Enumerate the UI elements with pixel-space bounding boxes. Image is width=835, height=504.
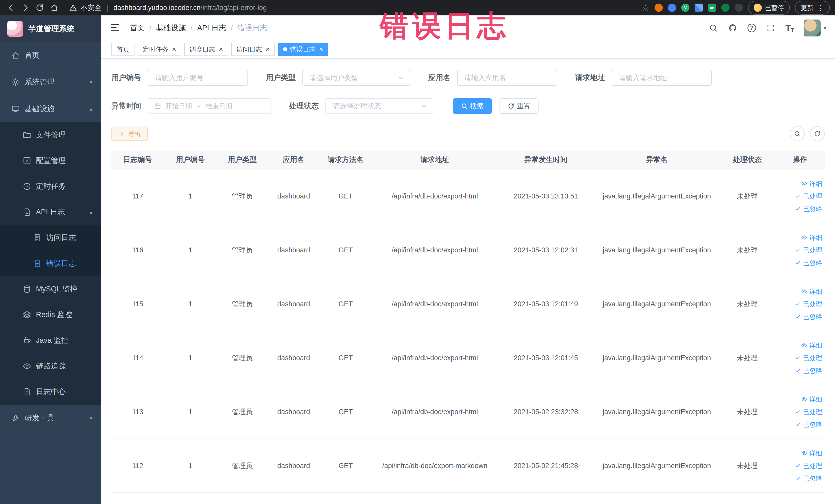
chevron-down-icon: ▾ <box>89 415 93 421</box>
chevron-down-icon: ▾ <box>89 79 93 85</box>
close-icon[interactable]: × <box>319 46 323 53</box>
breadcrumb-item[interactable]: 基础设施 <box>156 23 186 33</box>
exception-time-range[interactable]: 开始日期 - 结束日期 <box>148 98 271 114</box>
sidebar-item-system[interactable]: 系统管理▾ <box>0 69 101 96</box>
tab-access-log[interactable]: 访问日志× <box>231 43 275 56</box>
user-avatar <box>804 20 821 37</box>
calendar-icon <box>154 102 161 109</box>
sidebar-item-infrastructure[interactable]: 基础设施▴ <box>0 96 101 122</box>
user-type-select[interactable]: 请选择用户类型 <box>302 70 410 86</box>
action-detail-link[interactable]: 详细 <box>801 449 822 458</box>
sidebar-item-mysql[interactable]: MySQL 监控 <box>0 276 101 302</box>
db-icon <box>23 285 31 294</box>
sidebar-item-config[interactable]: 配置管理 <box>0 148 101 174</box>
update-button[interactable]: 更新 ⋮ <box>795 1 830 15</box>
action-ignored-link[interactable]: 已忽略 <box>795 474 822 483</box>
sidebar-item-java[interactable]: Java 监控 <box>0 328 101 353</box>
tab-home[interactable]: 首页 <box>111 43 135 56</box>
action-processed-link[interactable]: 已处理 <box>795 192 822 201</box>
sidebar-item-log-center[interactable]: 日志中心 <box>0 379 101 405</box>
user-id-input[interactable] <box>148 70 248 86</box>
search-button[interactable]: 搜索 <box>453 98 492 114</box>
chevron-up-icon: ▴ <box>89 105 93 112</box>
tab-label: 首页 <box>117 45 129 54</box>
sidebar-item-api-log[interactable]: API 日志▴ <box>0 199 101 225</box>
hamburger-icon[interactable] <box>110 22 121 34</box>
action-label: 已处理 <box>803 354 822 362</box>
bookmark-star-icon[interactable]: ☆ <box>642 3 649 12</box>
extension-on-icon[interactable]: on <box>708 4 716 12</box>
action-detail-link[interactable]: 详细 <box>801 234 822 242</box>
process-status-select[interactable]: 请选择处理状态 <box>325 98 433 114</box>
profile-paused-badge[interactable]: 已暂停 <box>748 1 790 15</box>
breadcrumb-item[interactable]: API 日志 <box>197 23 226 33</box>
github-icon[interactable] <box>728 23 738 33</box>
url-path: /infra/log/api-error-log <box>201 4 267 12</box>
sidebar-item-home[interactable]: 首页 <box>0 42 101 69</box>
sidebar-item-error-log[interactable]: 错误日志 <box>0 250 101 276</box>
refresh-icon <box>508 103 514 109</box>
header-search-icon[interactable] <box>709 23 718 33</box>
action-detail-link[interactable]: 详细 <box>801 287 822 296</box>
logo[interactable]: 芋道管理系统 <box>0 15 101 42</box>
check-icon <box>795 463 801 469</box>
folder-icon <box>23 131 31 139</box>
export-button[interactable]: 导出 <box>111 126 148 141</box>
back-icon[interactable] <box>5 2 17 14</box>
app-name-input[interactable] <box>457 70 557 86</box>
reset-button[interactable]: 重置 <box>500 98 538 114</box>
action-ignored-link[interactable]: 已忽略 <box>795 366 822 375</box>
extension-leaf-icon[interactable] <box>721 4 730 12</box>
action-detail-link[interactable]: 详细 <box>801 341 822 350</box>
extension-blue-icon[interactable] <box>668 4 676 12</box>
chevron-down-icon: ▾ <box>824 25 826 31</box>
extension-grid-icon[interactable] <box>695 4 703 12</box>
action-processed-link[interactable]: 已处理 <box>795 300 822 308</box>
font-size-icon[interactable]: TT <box>786 23 794 33</box>
action-ignored-link[interactable]: 已忽略 <box>795 420 822 429</box>
close-icon[interactable]: × <box>172 46 176 53</box>
sidebar-item-label: 文件管理 <box>36 130 66 140</box>
breadcrumb-item[interactable]: 首页 <box>130 23 145 33</box>
forward-icon[interactable] <box>20 2 31 14</box>
extension-orange-icon[interactable] <box>655 4 663 12</box>
sidebar-item-label: 首页 <box>25 50 40 61</box>
sidebar-item-job[interactable]: 定时任务 <box>0 174 101 199</box>
action-label: 已忽略 <box>803 259 822 267</box>
action-processed-link[interactable]: 已处理 <box>795 246 822 255</box>
action-ignored-link[interactable]: 已忽略 <box>795 205 822 213</box>
close-icon[interactable]: × <box>266 46 270 53</box>
url-bar[interactable]: 不安全 | dashboard.yudao.iocoder.cn/infra/l… <box>69 3 267 12</box>
check-icon <box>795 260 801 266</box>
cell-status: 未处理 <box>720 299 775 309</box>
reload-icon[interactable] <box>34 2 46 14</box>
tab-error-log[interactable]: 错误日志× <box>278 43 328 56</box>
action-processed-link[interactable]: 已处理 <box>795 408 822 416</box>
extension-paw-icon[interactable] <box>735 4 743 12</box>
action-detail-link[interactable]: 详细 <box>801 180 822 188</box>
toggle-search-button[interactable] <box>790 126 805 141</box>
action-processed-link[interactable]: 已处理 <box>795 462 822 470</box>
close-icon[interactable]: × <box>219 46 223 53</box>
help-icon[interactable]: ? <box>748 24 756 32</box>
action-ignored-link[interactable]: 已忽略 <box>795 259 822 267</box>
sidebar-item-redis[interactable]: Redis 监控 <box>0 302 101 328</box>
column-header: 处理状态 <box>720 155 775 165</box>
refresh-table-button[interactable] <box>810 126 825 141</box>
browser-menu-icon[interactable]: ⋮ <box>816 3 824 12</box>
extension-green-v-icon[interactable]: V <box>681 4 690 12</box>
sidebar-item-devtools[interactable]: 研发工具▾ <box>0 405 101 431</box>
action-detail-link[interactable]: 详细 <box>801 395 822 404</box>
tab-job[interactable]: 定时任务× <box>138 43 181 56</box>
action-processed-link[interactable]: 已处理 <box>795 354 822 362</box>
user-menu[interactable]: ▾ <box>804 20 826 37</box>
home-browser-icon[interactable] <box>48 2 60 14</box>
action-ignored-link[interactable]: 已忽略 <box>795 313 822 321</box>
request-url-input[interactable] <box>612 70 712 86</box>
sidebar-item-trace[interactable]: 链路追踪 <box>0 353 101 379</box>
tab-job-log[interactable]: 调度日志× <box>184 43 228 56</box>
fullscreen-icon[interactable] <box>766 23 776 33</box>
sidebar-item-file[interactable]: 文件管理 <box>0 122 101 148</box>
tab-label: 定时任务 <box>143 45 168 54</box>
sidebar-item-access-log[interactable]: 访问日志 <box>0 225 101 250</box>
